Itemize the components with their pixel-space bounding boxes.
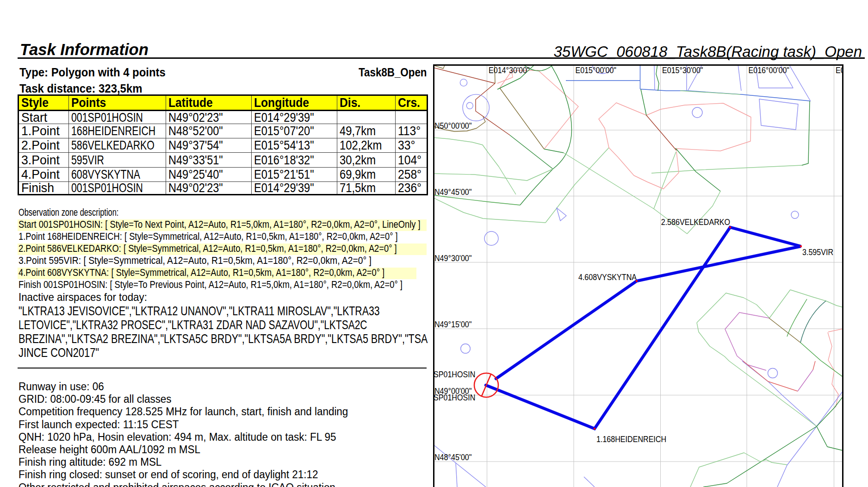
svg-text:E016°00'00": E016°00'00"	[749, 65, 790, 75]
svg-text:E015°00'00": E015°00'00"	[576, 65, 617, 75]
svg-text:N49°45'00": N49°45'00"	[434, 187, 472, 196]
svg-text:SP01HOSIN: SP01HOSIN	[434, 369, 475, 379]
svg-text:N50°00'00": N50°00'00"	[434, 121, 472, 131]
svg-text:1.168HEIDENREICH: 1.168HEIDENREICH	[596, 434, 666, 444]
svg-text:3.595VIR: 3.595VIR	[802, 247, 833, 257]
svg-text:2.586VELKEDARKO: 2.586VELKEDARKO	[661, 217, 730, 227]
svg-text:E015°30'00": E015°30'00"	[662, 65, 703, 75]
svg-text:N49°30'00": N49°30'00"	[434, 253, 472, 262]
svg-text:N48°45'00": N48°45'00"	[434, 452, 472, 462]
svg-text:4.608VYSKYTNA: 4.608VYSKYTNA	[578, 272, 637, 282]
svg-text:E014°30'00": E014°30'00"	[489, 65, 530, 75]
svg-text:N49°15'00": N49°15'00"	[434, 319, 472, 329]
svg-text:SP01HOSIN: SP01HOSIN	[434, 393, 475, 402]
